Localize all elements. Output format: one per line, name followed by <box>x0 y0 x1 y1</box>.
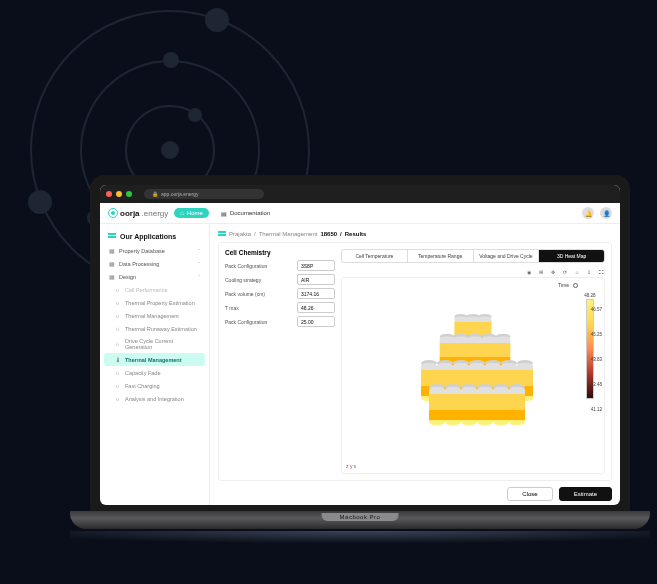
notifications-icon[interactable]: 🔔 <box>582 207 594 219</box>
download-icon[interactable]: ⇩ <box>585 269 593 275</box>
sidebar-item-label: Drive Cycle Current Generation <box>125 338 201 350</box>
tab-cell-temperature[interactable]: Cell Temperature <box>342 250 408 262</box>
field-label: Pack Configuration <box>225 263 297 269</box>
sidebar-item-3[interactable]: ○Cell Performance <box>104 283 205 296</box>
expand-icon[interactable]: ⛶ <box>597 269 605 275</box>
avatar[interactable]: 👤 <box>600 207 612 219</box>
url-text: app.oorja.energy <box>161 191 199 197</box>
sidebar-item-icon: ▦ <box>108 247 115 254</box>
time-indicator: Time <box>558 282 578 288</box>
chart-toolbar: ◉ ⊞ ✥ ⟳ ⌂ ⇩ ⛶ <box>341 267 605 277</box>
pan-icon[interactable]: ✥ <box>549 269 557 275</box>
legend-tick: 43.83 <box>591 358 602 363</box>
time-slider-handle[interactable] <box>573 283 578 288</box>
form-title: Cell Chemistry <box>225 249 335 256</box>
sidebar-item-label: Fast Charging <box>125 383 160 389</box>
heatmap-3d-view[interactable]: Time 48.28 46.5745.2543.8342.4841.12 z y… <box>341 277 605 474</box>
url-bar[interactable]: 🔒 app.oorja.energy <box>144 189 264 199</box>
laptop-brand: Macbook Pro <box>322 513 399 521</box>
sidebar-item-8[interactable]: 🌡Thermal Management <box>104 353 205 366</box>
sidebar-item-icon: 🌡 <box>114 356 121 363</box>
sidebar-item-label: Thermal Management <box>125 313 179 319</box>
sidebar-item-label: Thermal Property Estimation <box>125 300 195 306</box>
sidebar-item-icon: ○ <box>114 299 121 306</box>
sidebar-item-9[interactable]: ○Capacity Fade <box>104 366 205 379</box>
sidebar-item-icon: ○ <box>114 341 121 348</box>
field-row-1: Cooling strategyAIR <box>225 274 335 285</box>
browser-chrome: 🔒 app.oorja.energy <box>100 185 620 203</box>
nav-documentation[interactable]: ▤ Documentation <box>215 208 276 219</box>
menu-icon <box>108 232 116 240</box>
sidebar-item-icon: ○ <box>114 382 121 389</box>
sidebar-item-0[interactable]: ▦Property Database˅ <box>104 244 205 257</box>
viz-tabs: Cell TemperatureTemperature RangeVoltage… <box>341 249 605 263</box>
window-zoom-icon[interactable] <box>126 191 132 197</box>
sidebar-item-label: Property Database <box>119 248 165 254</box>
sidebar-item-icon: ○ <box>114 395 121 402</box>
brand-logo[interactable]: oorja.energy <box>108 208 168 218</box>
sidebar-item-1[interactable]: ▦Data Processing˅ <box>104 257 205 270</box>
tab-temperature-range[interactable]: Temperature Range <box>408 250 474 262</box>
field-value[interactable]: 3S8P <box>297 260 335 271</box>
close-button[interactable]: Close <box>507 487 552 501</box>
field-value[interactable]: 25.00 <box>297 316 335 327</box>
field-label: Pack Configuration <box>225 319 297 325</box>
sidebar-item-icon: ○ <box>114 286 121 293</box>
field-label: Pack volume (cm) <box>225 291 297 297</box>
field-row-4: Pack Configuration25.00 <box>225 316 335 327</box>
legend-tick: 45.25 <box>591 333 602 338</box>
tab-voltage-and-drive-cycle[interactable]: Voltage and Drive Cycle <box>474 250 540 262</box>
field-value[interactable]: 3174.16 <box>297 288 335 299</box>
book-icon: ▤ <box>221 210 227 217</box>
sidebar-title: Our Applications <box>104 230 205 244</box>
nav-home[interactable]: ⌂ Home <box>174 208 209 218</box>
orbit-icon[interactable]: ⟳ <box>561 269 569 275</box>
menu-icon[interactable] <box>218 230 226 238</box>
sidebar-item-10[interactable]: ○Fast Charging <box>104 379 205 392</box>
legend-tick: 41.12 <box>591 408 602 413</box>
field-value[interactable]: AIR <box>297 274 335 285</box>
field-row-3: T max48.26 <box>225 302 335 313</box>
field-value[interactable]: 48.26 <box>297 302 335 313</box>
tab-3d-heat-map[interactable]: 3D Heat Map <box>539 250 604 262</box>
main-panel: Prajakta / Thermal Management 18650 / Re… <box>210 224 620 505</box>
sidebar-item-label: Cell Performance <box>125 287 168 293</box>
app-header: oorja.energy ⌂ Home ▤ Documentation 🔔 👤 <box>100 203 620 224</box>
sidebar-item-label: Analysis and Integration <box>125 396 184 402</box>
camera-icon[interactable]: ◉ <box>525 269 533 275</box>
sidebar-item-6[interactable]: ○Thermal Runaway Estimation <box>104 322 205 335</box>
window-close-icon[interactable] <box>106 191 112 197</box>
axis-triad: z y x <box>346 463 356 469</box>
laptop-mockup: 🔒 app.oorja.energy oorja.energy ⌂ Home ▤… <box>90 175 630 561</box>
brand-right: .energy <box>142 209 169 218</box>
sidebar-item-2[interactable]: ▦Design˄ <box>104 270 205 283</box>
sidebar-item-icon: ○ <box>114 312 121 319</box>
sidebar-item-icon: ▦ <box>108 273 115 280</box>
sidebar-item-4[interactable]: ○Thermal Property Estimation <box>104 296 205 309</box>
sidebar-item-label: Thermal Runaway Estimation <box>125 326 197 332</box>
legend-tick: 46.57 <box>591 308 602 313</box>
sidebar-item-11[interactable]: ○Analysis and Integration <box>104 392 205 405</box>
sidebar-item-7[interactable]: ○Drive Cycle Current Generation <box>104 335 205 353</box>
laptop-reflection <box>70 531 650 561</box>
chevron-down-icon: ˅ <box>198 248 201 254</box>
estimate-button[interactable]: Estimate <box>559 487 612 501</box>
sidebar-item-5[interactable]: ○Thermal Management <box>104 309 205 322</box>
breadcrumb: Prajakta / Thermal Management 18650 / Re… <box>218 228 612 242</box>
field-row-0: Pack Configuration3S8P <box>225 260 335 271</box>
field-label: T max <box>225 305 297 311</box>
battery-pack-3d <box>403 313 543 453</box>
sun-icon <box>108 208 118 218</box>
reset-icon[interactable]: ⌂ <box>573 269 581 275</box>
laptop-base: Macbook Pro <box>70 511 650 529</box>
home-icon: ⌂ <box>180 210 184 216</box>
sidebar-item-icon: ○ <box>114 325 121 332</box>
chevron-down-icon: ˄ <box>198 274 201 280</box>
field-label: Cooling strategy <box>225 277 297 283</box>
sidebar-item-label: Thermal Management <box>125 357 182 363</box>
chevron-down-icon: ˅ <box>198 261 201 267</box>
window-minimize-icon[interactable] <box>116 191 122 197</box>
sidebar-item-icon: ○ <box>114 369 121 376</box>
lock-icon: 🔒 <box>152 191 158 197</box>
zoom-icon[interactable]: ⊞ <box>537 269 545 275</box>
